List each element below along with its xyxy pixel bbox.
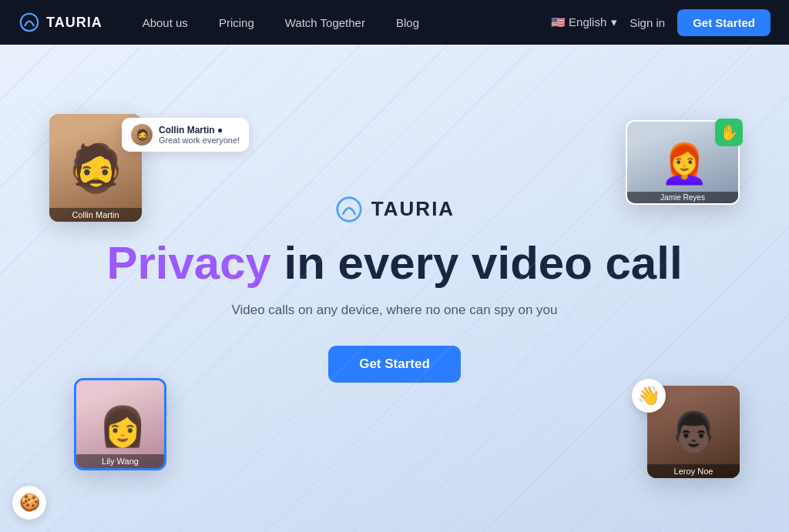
nav-right: 🇺🇸 English ▾ Sign in Get Started (551, 9, 771, 36)
svg-point-1 (337, 197, 361, 220)
nav-logo-text: TAURIA (46, 15, 102, 31)
nav-links: About us Pricing Watch Together Blog (127, 16, 551, 29)
language-selector[interactable]: 🇺🇸 English ▾ (551, 15, 617, 29)
tauria-logo-icon (18, 12, 40, 33)
nav-link-about[interactable]: About us (127, 16, 203, 29)
leroy-label: Leroy Noe (647, 464, 740, 478)
hero-title: Privacy in every video call (106, 238, 682, 289)
nav-logo[interactable]: TAURIA (18, 12, 102, 33)
collin-label: Collin Martin (49, 208, 142, 222)
hero-logo-text: TAURIA (371, 197, 455, 221)
hero-section: TAURIA Privacy in every video call Video… (0, 45, 789, 532)
chat-bubble-collin: 🧔 Collin Martin ● Great work everyone! (122, 118, 249, 152)
hero-get-started-button[interactable]: Get Started (328, 346, 461, 383)
cookie-button[interactable]: 🍪 (12, 486, 46, 520)
svg-point-0 (21, 14, 38, 31)
chat-content: Collin Martin ● Great work everyone! (159, 125, 240, 145)
nav-link-blog[interactable]: Blog (381, 16, 435, 29)
hand-icon: ✋ (720, 123, 739, 142)
hero-title-rest: in every video call (271, 237, 683, 289)
cookie-icon: 🍪 (19, 493, 40, 513)
nav-link-watch-together[interactable]: Watch Together (270, 16, 381, 29)
nav-get-started-button[interactable]: Get Started (677, 9, 771, 36)
chat-sender-name: Collin Martin ● (159, 125, 240, 136)
wave-badge: 👋 (632, 379, 666, 413)
video-card-lily: 👩 Lily Wang (74, 378, 166, 470)
hero-logo: TAURIA (334, 195, 455, 224)
collin-chat-avatar: 🧔 (131, 124, 153, 146)
hand-raise-badge: ✋ (715, 119, 743, 146)
chat-message: Great work everyone! (159, 136, 240, 145)
hero-subtitle: Video calls on any device, where no one … (231, 303, 557, 318)
signin-link[interactable]: Sign in (630, 16, 665, 29)
lang-label: 🇺🇸 English (551, 15, 606, 29)
hero-title-highlight: Privacy (106, 237, 271, 289)
jamie-label: Jamie Reyes (627, 192, 738, 203)
navbar: TAURIA About us Pricing Watch Together B… (0, 0, 789, 45)
hero-logo-icon (334, 195, 364, 224)
lily-label: Lily Wang (76, 454, 164, 468)
wave-icon: 👋 (637, 385, 660, 407)
nav-link-pricing[interactable]: Pricing (203, 16, 270, 29)
chevron-down-icon: ▾ (611, 15, 617, 29)
